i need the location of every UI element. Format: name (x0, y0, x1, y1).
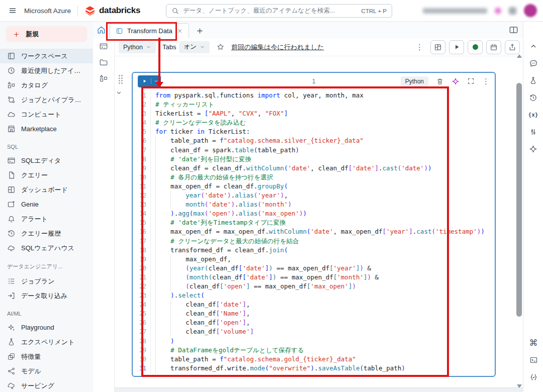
home-tab-button[interactable] (93, 22, 110, 38)
code-line[interactable]: 28) (133, 337, 495, 346)
cell-collapse-chevron[interactable] (116, 89, 122, 96)
scrollbar-down-arrow[interactable] (517, 384, 522, 388)
close-tab-icon[interactable] (176, 28, 183, 34)
code-line[interactable]: 4# クリーンなデータを読み込む (133, 118, 495, 127)
code-line[interactable]: 2# ティッカーリスト (133, 100, 495, 109)
code-line[interactable]: 15# 'date'列をTimestampタイプに変換 (133, 218, 495, 227)
cell-kebab-icon[interactable]: ⋮ (482, 77, 490, 86)
notebook-settings-button[interactable] (526, 125, 540, 139)
sidebar-item-models[interactable]: モデル (0, 364, 93, 378)
cluster-status-button[interactable] (468, 40, 483, 54)
code-line[interactable]: 19max_open_df, (133, 255, 495, 264)
code-line[interactable]: 30table_path = f"catalog.schema.gold_{ti… (133, 355, 495, 364)
sidebar-item-sql-editor[interactable]: SQLエディタ (0, 153, 93, 168)
terminal-button[interactable] (526, 353, 540, 367)
sidebar-item-genie[interactable]: Genie (0, 197, 93, 212)
split-view-icon[interactable] (509, 25, 518, 35)
sidebar-item-playground[interactable]: Playground (0, 320, 93, 335)
new-tab-button[interactable] (196, 27, 204, 35)
sidebar-item-queries[interactable]: クエリー (0, 168, 93, 182)
experiments-panel-button[interactable] (526, 73, 540, 87)
kebab-menu-icon[interactable]: ⋮ (412, 43, 427, 52)
tabs-toggle-selector[interactable]: オン (179, 41, 210, 53)
run-all-button[interactable] (449, 40, 464, 54)
code-line[interactable]: 9clean_df = clean_df.withColumn('date', … (133, 164, 495, 173)
code-line[interactable]: 18transformed_df = clean_df.join( (133, 246, 495, 255)
notebook-toc-button[interactable] (93, 38, 114, 54)
dashboard-view-button[interactable] (430, 40, 445, 54)
last-edit-link[interactable]: 前回の編集は今に行われました (231, 43, 324, 52)
sidebar-item-compute[interactable]: コンピュート (0, 107, 93, 122)
comments-button[interactable] (526, 56, 540, 70)
run-cell-button[interactable] (138, 75, 161, 87)
notification-badge[interactable] (495, 8, 501, 14)
menu-icon[interactable] (8, 6, 17, 15)
sidebar-item-experiments[interactable]: エクスペリメント (0, 335, 93, 349)
environment-button[interactable] (526, 370, 540, 384)
sidebar-item-query-history[interactable]: クエリー履歴 (0, 226, 93, 241)
code-line[interactable]: 20(year(clean_df['date']) == max_open_df… (133, 264, 495, 273)
schedule-button[interactable] (486, 40, 501, 54)
code-line[interactable]: 23).select( (133, 291, 495, 300)
workspace-name-redacted[interactable] (423, 8, 487, 14)
code-line[interactable]: 24clean_df['date'], (133, 300, 495, 309)
share-button[interactable] (505, 40, 520, 54)
code-line[interactable]: 7clean_df = spark.table(table_path) (133, 146, 495, 155)
code-line[interactable]: 10# 各月の最大の始値を持つ行を選択 (133, 173, 495, 182)
code-line[interactable]: 31transformed_df.write.mode("overwrite")… (133, 364, 495, 373)
code-line[interactable]: 25clean_df['Name'], (133, 309, 495, 318)
databricks-logo[interactable]: databricks (84, 5, 140, 16)
scrollbar-up-arrow[interactable] (517, 54, 522, 58)
favorite-star-icon[interactable] (216, 43, 225, 51)
sidebar-item-recents[interactable]: 最近使用したアイテ... (0, 63, 93, 78)
variable-explorer-button[interactable]: {x} (526, 108, 540, 122)
new-button[interactable]: 新規 (6, 26, 87, 42)
global-search-input[interactable]: データ、ノートブック、最近のアイテムなどを検索... CTRL + P (166, 4, 392, 18)
code-line[interactable]: 6table_path = f"catalog.schema.silver_{t… (133, 136, 495, 145)
code-line[interactable]: 22(clean_df['open'] == max_open_df['max_… (133, 282, 495, 291)
code-line[interactable]: 8# 'date'列を日付型に変換 (133, 155, 495, 164)
expand-cell-icon[interactable] (467, 77, 475, 85)
code-line[interactable]: 14).agg(max('open').alias('max_open')) (133, 209, 495, 218)
sidebar-item-alerts[interactable]: アラート (0, 212, 93, 226)
sidebar-item-marketplace[interactable]: Marketplace (0, 122, 93, 136)
catalog-browser-button[interactable] (93, 70, 114, 86)
help-icon[interactable] (509, 7, 516, 15)
sidebar-item-serving[interactable]: サービング (0, 378, 93, 392)
code-line[interactable]: 29# DataFrameをgoldテーブルとして保存する (133, 346, 495, 355)
version-history-button[interactable] (526, 90, 540, 105)
code-editor[interactable]: 1from pyspark.sql.functions import col, … (133, 89, 495, 373)
sidebar-item-catalog[interactable]: カタログ (0, 78, 93, 92)
collapse-panel-button[interactable] (526, 39, 540, 53)
code-line[interactable]: 11max_open_df = clean_df.groupBy( (133, 182, 495, 191)
sidebar-item-job-runs[interactable]: ジョブラン (0, 274, 93, 288)
assistant-button[interactable] (526, 142, 540, 156)
code-line[interactable]: 13month('date').alias('month') (133, 200, 495, 209)
delete-cell-icon[interactable] (436, 77, 444, 85)
sidebar-item-workspace[interactable]: ワークスペース (0, 49, 93, 63)
sidebar-item-sql-warehouse[interactable]: SQLウェアハウス (0, 241, 93, 255)
code-line[interactable]: 21(month(clean_df['date']) == max_open_d… (133, 273, 495, 282)
command-palette-button[interactable]: ⌘ (526, 336, 540, 350)
cell-drag-handle[interactable] (119, 75, 124, 85)
language-selector[interactable]: Python (119, 41, 156, 53)
code-line[interactable]: 16max_open_df = max_open_df.withColumn('… (133, 227, 495, 236)
sidebar-item-features[interactable]: 特徴量 (0, 349, 93, 364)
code-line[interactable]: 1from pyspark.sql.functions import col, … (133, 91, 495, 100)
code-line[interactable]: 5for ticker in TickerList: (133, 127, 495, 136)
cell-language-badge[interactable]: Python (401, 76, 428, 86)
sidebar-item-dashboards[interactable]: ダッシュボード (0, 182, 93, 197)
scrollbar-thumb[interactable] (516, 83, 522, 317)
code-line[interactable]: 26clean_df['open'], (133, 318, 495, 327)
assistant-sparkle-icon[interactable] (451, 77, 460, 85)
code-line[interactable]: 17# クリーンなデータと最大の始値の行を結合 (133, 237, 495, 246)
code-line[interactable]: 27clean_df['volume'] (133, 327, 495, 336)
user-avatar[interactable] (524, 4, 537, 17)
folder-browser-button[interactable] (93, 54, 114, 70)
code-line[interactable]: 3TickerList = ["AAPL", "CVX", "FOX"] (133, 109, 495, 118)
tab-transform-data[interactable]: Transform Data (110, 23, 189, 39)
code-line[interactable]: 12year('date').alias('year'), (133, 191, 495, 200)
sidebar-item-workflows[interactable]: ジョブとパイプライ... (0, 92, 93, 107)
sidebar-item-data-ingestion[interactable]: データ取り込み (0, 288, 93, 303)
alerts-icon (7, 215, 16, 223)
